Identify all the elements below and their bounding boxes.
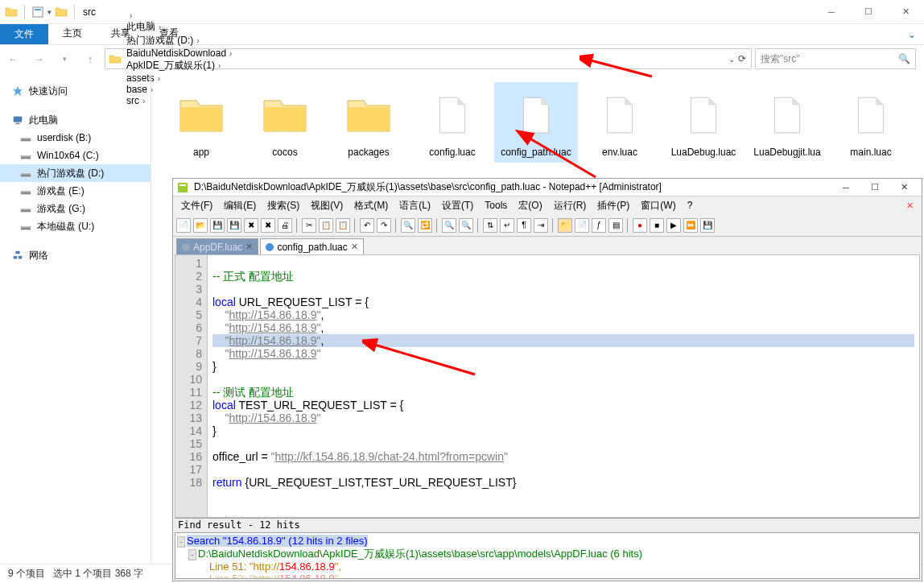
folder-icon [257,87,313,143]
address-bar[interactable]: ›此电脑›热门游戏盘 (D:)›BaiduNetdiskDownload›Apk… [105,48,752,69]
tab-close-icon[interactable]: ✕ [351,242,358,252]
file-item-cocos[interactable]: cocos [243,82,327,163]
npp-tab[interactable]: config_path.luac✕ [260,238,363,254]
code-editor[interactable]: 123456789101112131415161718 -- 正式 配置地址 l… [175,254,920,518]
refresh-icon[interactable]: ⟳ [738,53,746,64]
maximize-button[interactable]: ☐ [850,0,887,24]
find-hit-1[interactable]: Line 51: "http://154.86.18.9", [177,560,918,573]
npp-menu-item[interactable]: 搜索(S) [262,199,304,213]
breadcrumb-item[interactable]: 热门游戏盘 (D:)› [125,34,237,48]
npp-menu-item[interactable]: 视图(V) [306,199,348,213]
nav-drive-item[interactable]: userdisk (B:) [0,129,151,147]
file-item-main.luac[interactable]: main.luac [829,82,913,163]
tool-cut-icon[interactable]: ✂ [302,218,316,233]
nav-network[interactable]: 网络 [0,246,151,264]
tool-wrap-icon[interactable]: ↵ [500,218,514,233]
tool-redo-icon[interactable]: ↷ [377,218,391,233]
nav-drive-item[interactable]: Win10x64 (C:) [0,147,151,164]
npp-menu-item[interactable]: 编辑(E) [219,199,261,213]
search-input[interactable]: 搜索"src" 🔍 [755,48,916,69]
breadcrumb-item[interactable]: ApkIDE_万威娱乐(1)› [125,59,237,72]
file-item-packages[interactable]: packages [327,82,410,163]
nav-drive-item[interactable]: 热门游戏盘 (D:) [0,164,151,182]
npp-menu-item[interactable]: 宏(O) [514,199,547,213]
tool-stop-icon[interactable]: ■ [650,218,664,233]
tool-undo-icon[interactable]: ↶ [360,218,374,233]
npp-menu-item[interactable]: 语言(L) [394,199,435,213]
npp-minimize-button[interactable]: ─ [831,179,860,196]
nav-quick-access[interactable]: 快速访问 [0,82,151,100]
open-folder-icon[interactable] [53,4,69,20]
nav-drive-item[interactable]: 游戏盘 (E:) [0,182,151,200]
ribbon-file[interactable]: 文件 [0,24,48,44]
npp-tab[interactable]: AppDF.luac✕ [176,238,258,254]
file-item-LuaDebug.luac[interactable]: LuaDebug.luac [662,82,745,163]
tool-zoomin-icon[interactable]: 🔍 [442,218,456,233]
npp-close-button[interactable]: ✕ [889,179,918,196]
tool-folder-icon[interactable]: 📁 [558,218,572,233]
star-icon [11,85,24,97]
npp-menu-item[interactable]: 窗口(W) [636,199,680,213]
tool-func-icon[interactable]: ƒ [592,218,606,233]
file-item-env.luac[interactable]: env.luac [578,82,662,163]
find-result-title[interactable]: Find result - 12 hits [175,518,920,532]
find-hit-2[interactable]: Line 52: "http://154.86.18.9", [177,573,918,579]
svg-rect-19 [178,183,188,192]
breadcrumb-item[interactable]: 此电脑› [125,20,237,34]
nav-up-button[interactable]: ↑ [79,48,101,70]
find-result-panel[interactable]: -Search "154.86.18.9" (12 hits in 2 file… [175,532,920,579]
npp-menu-item[interactable]: 格式(M) [349,199,393,213]
nav-back-button[interactable]: ← [2,48,24,70]
file-item-app[interactable]: app [159,82,243,163]
tool-doc-icon[interactable]: 📄 [575,218,589,233]
nav-recent-button[interactable]: ▾ [53,48,76,70]
nav-this-pc[interactable]: 此电脑 [0,111,151,129]
npp-menu-item[interactable]: ? [683,200,698,211]
npp-menu-item[interactable]: 文件(F) [176,199,217,213]
addr-dropdown-icon[interactable]: ⌄ [728,55,735,64]
svg-rect-2 [14,117,23,122]
tool-zoomout-icon[interactable]: 🔍 [459,218,473,233]
close-button[interactable]: ✕ [887,0,924,24]
tool-indent-icon[interactable]: ⇥ [534,218,548,233]
tool-map-icon[interactable]: ▤ [608,218,623,233]
npp-maximize-button[interactable]: ☐ [860,179,889,196]
npp-titlebar[interactable]: D:\BaiduNetdiskDownload\ApkIDE_万威娱乐(1)\a… [173,179,922,196]
tool-savemacro-icon[interactable]: 💾 [700,218,715,233]
minimize-button[interactable]: ─ [813,0,850,24]
ribbon-expand-icon[interactable]: ⌄ [900,24,924,44]
breadcrumb-item[interactable]: BaiduNetdiskDownload› [125,48,237,59]
tool-close-icon[interactable]: ✖ [244,218,258,233]
file-item-LuaDebugjit.lua[interactable]: LuaDebugjit.lua [745,82,829,163]
tool-print-icon[interactable]: 🖨 [278,218,292,233]
nav-drive-item[interactable]: 游戏盘 (G:) [0,200,151,217]
qat-dropdown-icon[interactable]: ▾ [47,8,52,16]
tool-sync-icon[interactable]: ⇅ [483,218,497,233]
tool-save-icon[interactable]: 💾 [210,218,225,233]
tool-open-icon[interactable]: 📂 [193,218,208,233]
npp-menu-item[interactable]: Tools [480,200,512,211]
npp-menu-item[interactable]: 插件(P) [592,199,634,213]
tab-close-icon[interactable]: ✕ [245,242,253,252]
file-item-config_path.luac[interactable]: config_path.luac [494,82,578,163]
code-area[interactable]: -- 正式 配置地址 local URL_REQUEST_LIST = { "h… [208,255,919,517]
file-item-config.luac[interactable]: config.luac [410,82,494,163]
tool-new-icon[interactable]: 📄 [176,218,191,233]
npp-menu-item[interactable]: 运行(R) [549,199,592,213]
tool-playrepeat-icon[interactable]: ⏩ [683,218,698,233]
nav-drive-item[interactable]: 本地磁盘 (U:) [0,217,151,235]
search-icon[interactable]: 🔍 [898,53,910,64]
properties-icon[interactable] [30,4,46,20]
npp-menu-item[interactable]: 设置(T) [437,199,478,213]
tool-find-icon[interactable]: 🔍 [401,218,415,233]
tool-play-icon[interactable]: ▶ [666,218,681,233]
npp-close-x-icon[interactable]: ✕ [901,201,918,211]
ribbon-home[interactable]: 主页 [48,24,97,44]
tool-replace-icon[interactable]: 🔁 [418,218,432,233]
tool-copy-icon[interactable]: 📋 [319,218,333,233]
tool-rec-icon[interactable]: ● [633,218,647,233]
tool-paste-icon[interactable]: 📋 [336,218,350,233]
tool-showall-icon[interactable]: ¶ [517,218,531,233]
tool-closeall-icon[interactable]: ✖ [261,218,275,233]
tool-saveall-icon[interactable]: 💾 [227,218,241,233]
